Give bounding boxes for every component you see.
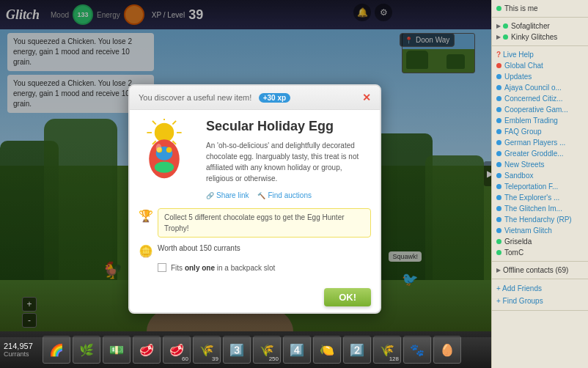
sidebar-hendarchy[interactable]: The Hendarchy (RP) [492, 214, 588, 225]
add-friends-link[interactable]: + Add Friends [492, 282, 588, 295]
slot-icon-9: 4️⃣ [290, 343, 304, 357]
svg-point-10 [155, 162, 174, 173]
sidebar-new-streets[interactable]: New Streets [492, 159, 588, 170]
modal-title: Secular Holiday Egg [206, 119, 371, 134]
sidebar-player-kinky[interactable]: ▶ Kinky Glitches [492, 32, 588, 43]
sidebar-global-chat[interactable]: Global Chat [492, 60, 588, 71]
slot-icon-2: 🌿 [79, 343, 94, 357]
slot-icon-4: 🥩 [139, 343, 154, 357]
slot-icon-12: 🌾 [380, 343, 394, 357]
sidebar-add-section: + Add Friends + Find Groups [492, 279, 588, 311]
modal-links: 🔗 Share link 🔨 Find auctions [206, 191, 371, 199]
inventory-slot-3[interactable]: 💵 [103, 336, 131, 364]
teleport-dot [496, 184, 501, 189]
hammer-icon: 🔨 [257, 192, 265, 199]
sidebar-tomc[interactable]: TomC [492, 247, 588, 258]
question-icon: ? [496, 51, 501, 59]
sidebar-offline-contacts[interactable]: ▶ Offline contacts (69) [492, 265, 588, 276]
sidebar-offline-section: ▶ Offline contacts (69) [492, 262, 588, 279]
trophy-row: 🏆 Collect 5 different chocolate eggs to … [139, 208, 371, 238]
sidebar-ajaya[interactable]: Ajaya Council o... [492, 82, 588, 93]
sidebar-griselda[interactable]: Griselda [492, 236, 588, 247]
inventory-slot-5[interactable]: 🥩 60 [163, 336, 191, 364]
xp-badge: +30 xp [259, 93, 290, 103]
inventory-slot-14[interactable]: 🥚 [433, 336, 461, 364]
link-icon: 🔗 [206, 192, 214, 199]
sidebar-players-section: ▶ Sofaglitcher ▶ Kinky Glitches [492, 18, 588, 46]
inventory-slot-10[interactable]: 🍋 [313, 336, 341, 364]
sidebar-player-sofaglitcher[interactable]: ▶ Sofaglitcher [492, 21, 588, 32]
slot-icon-14: 🥚 [440, 343, 455, 357]
sidebar-emblem[interactable]: Emblem Trading [492, 115, 588, 126]
sidebar-faq[interactable]: FAQ Group [492, 126, 588, 137]
slot-icon-1: 🌈 [49, 343, 64, 357]
share-link[interactable]: 🔗 Share link [206, 191, 249, 199]
sidebar-updates[interactable]: Updates [492, 71, 588, 82]
sidebar-concerned[interactable]: Concerned Citiz... [492, 93, 588, 104]
inventory-slot-4[interactable]: 🥩 [133, 336, 161, 364]
player-dot-1 [503, 23, 508, 29]
german-dot [496, 140, 501, 145]
slot-icon-5: 🥩 [169, 343, 184, 357]
modal-header-content: You discover a useful new item! +30 xp [139, 92, 290, 103]
worth-row: 🪙 Worth about 150 currants [139, 243, 371, 257]
coop-dot [496, 107, 501, 112]
sidebar-live-help[interactable]: ? Live Help [492, 49, 588, 60]
inventory-slot-11[interactable]: 2️⃣ [343, 336, 371, 364]
item-modal: You discover a useful new item! +30 xp ✕ [128, 84, 381, 314]
sidebar-sandbox[interactable]: Sandbox [492, 170, 588, 181]
worth-text: Worth about 150 currants [158, 243, 240, 254]
slot-icon-7: 3️⃣ [229, 343, 244, 357]
slot-count-5: 60 [182, 356, 188, 362]
inventory-slot-2[interactable]: 🌿 [73, 336, 100, 364]
slot-checkbox [158, 263, 166, 272]
auctions-link[interactable]: 🔨 Find auctions [257, 191, 311, 199]
modal-body: Secular Holiday Egg An 'oh-so-delicious'… [130, 110, 380, 208]
slot-icon-6: 🌾 [199, 343, 214, 357]
faq-dot [496, 129, 501, 134]
sidebar-links-section: ? Live Help Global Chat Updates Ajaya Co… [492, 46, 588, 262]
sidebar-explorer[interactable]: The Explorer's ... [492, 192, 588, 203]
trophy-feature: Collect 5 different chocolate eggs to ge… [158, 208, 371, 238]
sidebar-german[interactable]: German Players ... [492, 137, 588, 148]
ok-button[interactable]: OK! [324, 288, 371, 306]
sidebar-teleport[interactable]: Teleportation F... [492, 181, 588, 192]
modal-features: 🏆 Collect 5 different chocolate eggs to … [130, 208, 380, 282]
egg-svg [139, 119, 190, 181]
svg-point-12 [166, 147, 172, 153]
sidebar-glitchen[interactable]: The Glitchen Im... [492, 203, 588, 214]
inventory-slot-9[interactable]: 4️⃣ [283, 336, 311, 364]
slot-icon-13: 🐾 [410, 343, 425, 357]
slot-icon-10: 🍋 [320, 343, 334, 357]
glitchen-dot [496, 206, 501, 211]
inventory-slot-13[interactable]: 🐾 [403, 336, 431, 364]
trophy-icon: 🏆 [139, 209, 152, 222]
sidebar-groddle[interactable]: Greater Groddle... [492, 148, 588, 159]
svg-point-7 [155, 123, 174, 142]
inventory-slot-1[interactable]: 🌈 [43, 336, 70, 364]
me-dot [496, 6, 501, 11]
groddle-dot [496, 151, 501, 156]
sandbox-dot [496, 173, 501, 178]
find-groups-link[interactable]: + Find Groups [492, 295, 588, 307]
slot-icon-3: 💵 [109, 343, 124, 357]
slot-row: Fits only one in a backpack slot [139, 263, 371, 272]
offline-arrow: ▶ [496, 267, 501, 273]
player-dot-2 [503, 34, 508, 40]
slot-icon-8: 🌾 [260, 343, 274, 357]
inventory-slot-7[interactable]: 3️⃣ [223, 336, 251, 364]
egg-image-container [139, 119, 197, 185]
tomc-dot [496, 250, 501, 255]
inventory-slot-8[interactable]: 🌾 250 [253, 336, 281, 364]
griselda-dot [496, 239, 501, 244]
inventory-slot-12[interactable]: 🌾 128 [373, 336, 401, 364]
sidebar-cooperative[interactable]: Cooperative Gam... [492, 104, 588, 115]
explorer-dot [496, 195, 501, 200]
slot-count-6: 39 [212, 356, 218, 362]
modal-close-button[interactable]: ✕ [362, 92, 371, 103]
coin-icon: 🪙 [139, 244, 152, 257]
sidebar-this-is-me[interactable]: This is me [492, 3, 588, 14]
sidebar-vietnam[interactable]: Vietnam Glitch [492, 225, 588, 236]
inventory-slot-6[interactable]: 🌾 39 [193, 336, 221, 364]
arrow-icon-1: ▶ [496, 23, 501, 29]
